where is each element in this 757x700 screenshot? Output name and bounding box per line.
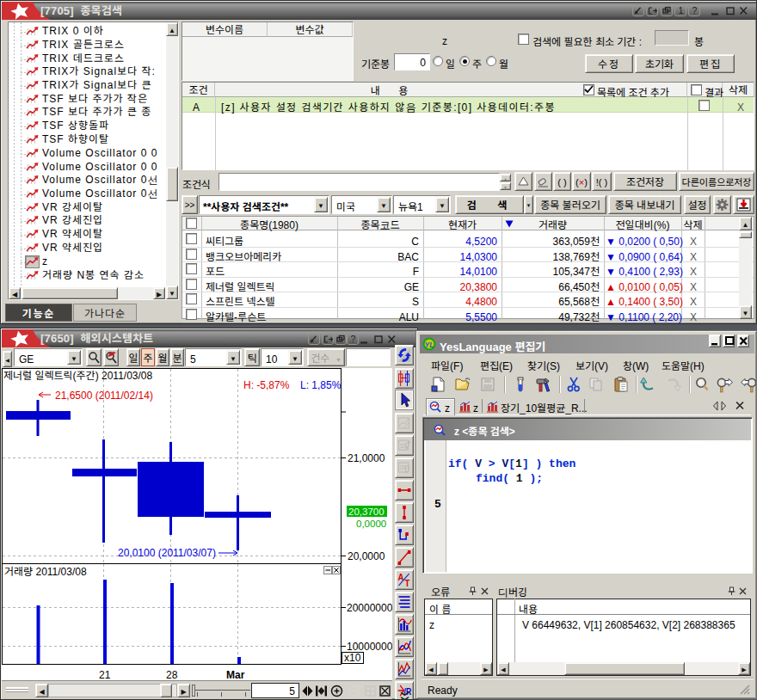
svg-text:제너럴 일렉트릭(주간) 2011/03/08: 제너럴 일렉트릭(주간) 2011/03/08 <box>3 368 153 382</box>
svg-text:28: 28 <box>166 666 178 680</box>
svg-text:L: 1,85%: L: 1,85% <box>300 377 342 391</box>
svg-text:1: 1 <box>679 5 684 15</box>
svg-text:0,0000: 0,0000 <box>356 516 386 530</box>
svg-text:21: 21 <box>99 666 111 680</box>
svg-text:Mar: Mar <box>226 666 245 680</box>
svg-text:YL: YL <box>425 341 434 349</box>
svg-text:20,0100 (2011/03/07): 20,0100 (2011/03/07) <box>118 544 216 559</box>
svg-text:21,0000: 21,0000 <box>348 450 385 464</box>
svg-text:x10: x10 <box>344 649 361 664</box>
svg-text:21,6500 (2011/02/14): 21,6500 (2011/02/14) <box>55 387 153 402</box>
svg-text:거래량 2011/03/08: 거래량 2011/03/08 <box>4 563 87 578</box>
svg-text:H: -5,87%: H: -5,87% <box>243 377 290 391</box>
svg-text:20,0000: 20,0000 <box>348 548 385 562</box>
svg-text:T: T <box>404 578 409 588</box>
svg-text:?: ? <box>351 334 356 344</box>
svg-text:20000000: 20000000 <box>347 599 392 614</box>
svg-text:?: ? <box>692 5 698 15</box>
